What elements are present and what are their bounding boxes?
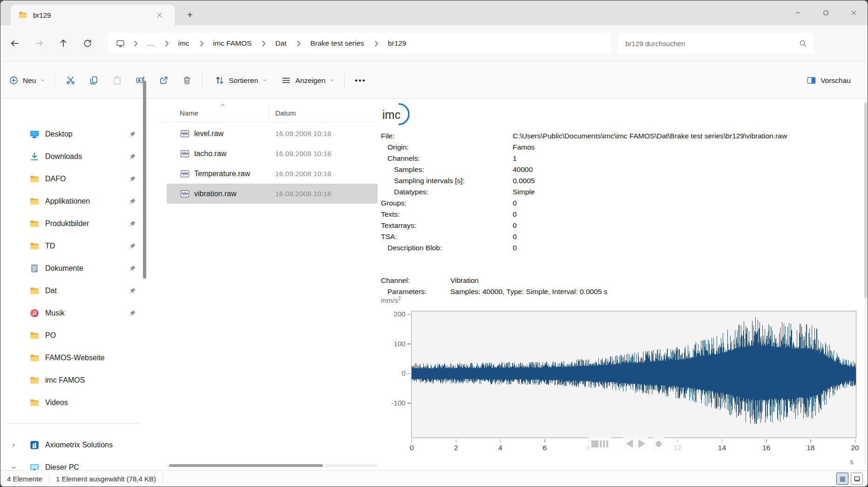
x-tick-mark [678,439,678,442]
metadata-value: C:\Users\Public\Documents\imc\imc FAMOS\… [513,132,787,140]
sidebar-item-produktbilder[interactable]: Produktbilder [4,213,143,235]
metadata-label: Origin: [381,143,513,151]
close-button[interactable] [840,0,868,25]
thumbnails-view-button[interactable] [851,473,863,485]
breadcrumb-item-imc[interactable]: imc [174,37,194,50]
maximize-button[interactable] [812,0,840,25]
sidebar-item-musik[interactable]: Musik [4,302,143,324]
sidebar-item-downloads[interactable]: Downloads [4,145,143,168]
sidebar-scrollbar[interactable] [143,81,146,279]
details-view-button[interactable] [836,473,848,485]
skip-back-button[interactable] [623,436,636,451]
delete-button[interactable] [176,70,197,91]
file-row-temperature-raw[interactable]: Temperature.raw16.09.2008 10:16 [167,164,378,184]
breadcrumb[interactable]: …imcimc FAMOSDatBrake test seriesbr129 [108,33,611,54]
sidebar-item-imc-famos[interactable]: imc FAMOS [4,369,143,391]
tab-br129[interactable]: br129 [11,5,175,25]
preview-toggle-button[interactable]: Vorschau [801,70,856,91]
sidebar-item-applikationen[interactable]: Applikationen [4,190,143,213]
breadcrumb-overflow-button[interactable]: … [143,37,159,50]
folder-icon [18,10,27,20]
scrollbar-thumb[interactable] [864,103,867,298]
arrow-up-icon [59,39,68,48]
tab-strip: br129 + [0,0,868,25]
column-header-datum[interactable]: Datum [275,109,296,117]
waveform-file-icon [180,169,190,179]
file-list-horizontal-scrollbar[interactable] [167,464,378,467]
file-list-rows: level.raw16.09.2008 10:16tacho.raw16.09.… [159,123,378,204]
sidebar-item-axiometrix-solutions[interactable]: Axiometrix Solutions [4,434,143,456]
more-options-button[interactable]: ••• [348,76,373,85]
sidebar-item-dieser-pc[interactable]: Dieser PC [4,456,143,471]
file-list: Name Datum level.raw16.09.2008 10:16tach… [159,99,378,471]
preview-toggle-label: Vorschau [821,76,851,85]
y-tick-mark [407,403,411,404]
metadata-label: Datatypes: [381,188,513,196]
paste-button[interactable] [107,70,127,91]
sidebar-item-dokumente[interactable]: Dokumente [4,257,143,280]
play-button[interactable] [636,436,648,451]
copy-button[interactable] [83,70,104,91]
metadata-value: Famos [513,143,535,151]
up-button[interactable] [54,34,73,53]
scrollbar-thumb[interactable] [169,464,323,467]
record-button[interactable] [653,436,665,451]
explorer-window: br129 + …imcimc FAMOSDatBrake test serie… [0,0,868,487]
sidebar-item-famos-webseite[interactable]: FAMOS-Webseite [4,347,143,369]
file-row-level-raw[interactable]: level.raw16.09.2008 10:16 [167,123,378,144]
back-button[interactable] [5,34,25,53]
sidebar-item-desktop[interactable]: Desktop [4,123,143,145]
column-header-name[interactable]: Name [180,109,198,117]
column-divider[interactable] [269,105,270,120]
rename-button[interactable] [130,70,150,91]
x-tick-label: 14 [712,444,731,452]
breadcrumb-item-br129[interactable]: br129 [384,37,411,50]
metadata-row-texts: Texts:0 [381,209,851,220]
forward-button[interactable] [29,34,49,53]
x-tick-mark [722,439,723,442]
sidebar-item-dafo[interactable]: DAFO [4,168,143,190]
preview-scrollbar[interactable] [864,102,867,465]
breadcrumb-item-brake-test-series[interactable]: Brake test series [306,37,368,50]
metadata-label: Channels: [381,154,513,163]
file-date: 16.09.2008 10:16 [275,130,332,138]
x-tick-mark [544,439,545,442]
pin-icon [129,265,136,273]
metadata-label: Texts: [381,210,513,219]
share-button[interactable] [153,70,174,91]
channel-label: Channel: [381,276,450,285]
tab-close-button[interactable] [155,8,169,22]
minimize-button[interactable] [784,0,812,25]
breadcrumb-item-imc-famos[interactable]: imc FAMOS [209,37,256,50]
file-date: 16.09.2008 10:16 [275,170,332,178]
waveform-chart[interactable] [411,311,856,438]
metadata-value: 0 [513,199,517,207]
sidebar-item-po[interactable]: PO [4,324,143,347]
y-tick-label: 0 [378,369,406,377]
view-button[interactable]: Anzeigen [276,70,340,91]
metadata-label: TSA: [381,233,513,241]
breadcrumb-item-dat[interactable]: Dat [271,37,291,50]
sort-arrows-icon [215,75,224,85]
sort-button[interactable]: Sortieren [209,70,273,91]
new-tab-button[interactable]: + [182,7,198,23]
cut-button[interactable] [60,70,81,91]
parameters-value: Samples: 40000, Type: Simple, Interval: … [450,288,607,296]
search-icon [799,39,807,48]
search-input[interactable] [624,39,799,48]
file-row-tacho-raw[interactable]: tacho.raw16.09.2008 10:16 [167,144,378,164]
refresh-button[interactable] [78,34,97,53]
y-axis-unit-label: mm/s2 [381,295,401,304]
x-tick-mark [500,439,501,442]
search-box[interactable] [618,33,814,54]
sidebar-item-td[interactable]: TD [4,235,143,257]
new-button[interactable]: Neu [3,70,51,91]
media-bars-group[interactable] [589,436,611,451]
sidebar-item-dat[interactable]: Dat [4,280,143,302]
play-icon [638,439,645,448]
file-name: Temperature.raw [194,170,250,178]
sidebar-item-videos[interactable]: Videos [4,391,143,414]
folder-icon [29,375,40,385]
view-toggles [836,473,863,485]
file-row-vibration-raw[interactable]: vibration.raw16.09.2008 10:16 [167,184,378,204]
